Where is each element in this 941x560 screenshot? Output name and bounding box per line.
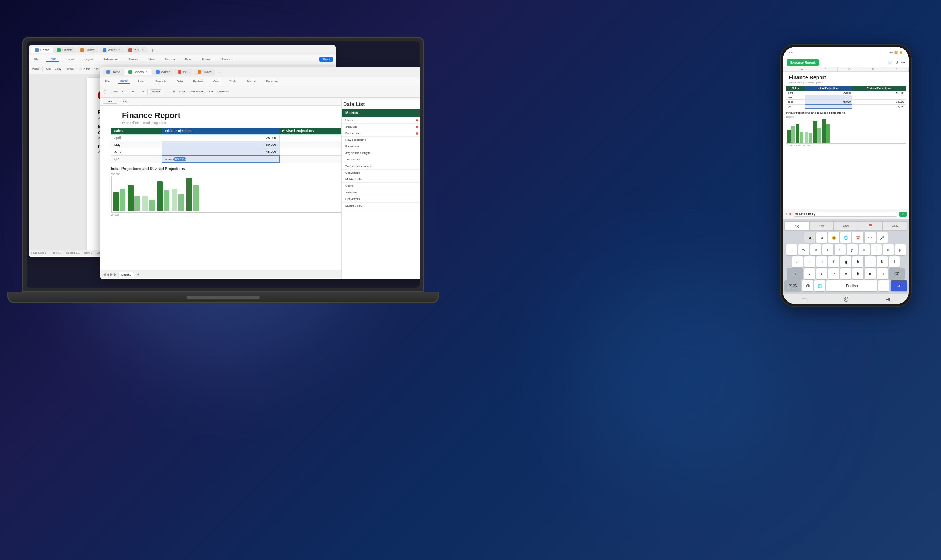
sheets-menu-home[interactable]: Home: [118, 78, 130, 84]
phone-cell-april-initial[interactable]: 25,000: [805, 91, 852, 95]
metric-sessions-2[interactable]: Sessions: [342, 189, 420, 196]
kb-func-123[interactable]: 123: [810, 222, 833, 230]
metric-users[interactable]: Users: [342, 117, 420, 123]
kb-key-a[interactable]: a: [792, 256, 803, 267]
metric-converters[interactable]: Converters: [342, 169, 420, 176]
sheet-nav-prev[interactable]: ◀: [103, 272, 106, 276]
tab-close-pdf[interactable]: ✕: [142, 48, 144, 52]
cell-ref-box[interactable]: B2: [103, 99, 117, 104]
phone-cell-q2[interactable]: Q2: [786, 104, 805, 109]
sheets-tab-writer[interactable]: Writer: [152, 69, 173, 75]
menu-layout[interactable]: Layout: [82, 57, 95, 62]
phone-col-e[interactable]: E: [885, 67, 909, 71]
kb-key-v[interactable]: v: [841, 268, 852, 279]
sheets-menu-tools[interactable]: Tools: [227, 79, 239, 84]
phone-doc-icon[interactable]: 📄: [888, 61, 892, 65]
kb-func-calendar[interactable]: 📅: [858, 222, 882, 230]
share-button[interactable]: Share: [319, 57, 333, 62]
cell-june-initial[interactable]: 45,000: [162, 148, 279, 156]
menu-file[interactable]: File: [31, 57, 41, 62]
cell-june[interactable]: June: [111, 148, 162, 156]
menu-home[interactable]: Home: [46, 57, 59, 62]
phone-cell-june-revised[interactable]: 15,000: [852, 100, 906, 105]
phone-cell-june[interactable]: June: [786, 100, 805, 105]
cut-button[interactable]: Cut: [45, 67, 52, 71]
metric-mobile-traffic[interactable]: Mobile traffic: [342, 176, 420, 183]
sheet-nav-next[interactable]: ▶: [110, 272, 113, 276]
kb-func-tab[interactable]: tab↹: [883, 222, 907, 230]
kb-nav-back[interactable]: ◀: [804, 232, 815, 243]
menu-references[interactable]: References: [101, 57, 120, 62]
kb-num-key[interactable]: ?123: [784, 280, 801, 291]
kb-globe-key[interactable]: 🌐: [815, 280, 825, 291]
phone-cell-may-revised[interactable]: [852, 95, 906, 100]
phone-col-d[interactable]: D: [861, 67, 885, 71]
cell-april[interactable]: April: [111, 134, 162, 142]
sheets-menu-file[interactable]: File: [103, 79, 112, 84]
kb-key-b[interactable]: b: [853, 268, 864, 279]
cell-april-initial[interactable]: 25,000: [162, 134, 279, 142]
metric-new-sessions[interactable]: New sessions%: [342, 137, 420, 143]
metric-converters-2[interactable]: Converters: [342, 196, 420, 203]
phone-nav-back[interactable]: ◀: [886, 296, 890, 302]
sheets-underline[interactable]: U: [141, 89, 145, 94]
sheets-sum[interactable]: Σ: [166, 89, 170, 94]
kb-func-fx[interactable]: f(x): [785, 222, 809, 230]
menu-premium[interactable]: Premium: [219, 57, 235, 62]
kb-func-abc[interactable]: ABC: [834, 222, 858, 230]
phone-col-a[interactable]: A: [790, 67, 814, 71]
copy-button[interactable]: Copy: [53, 67, 63, 71]
sheets-paste[interactable]: ⬚: [102, 89, 108, 94]
kb-key-r[interactable]: r: [822, 244, 833, 255]
sheets-sort[interactable]: Sort▾: [178, 89, 187, 94]
kb-key-f[interactable]: f: [828, 256, 839, 267]
metric-transaction-revenue[interactable]: Transaction revenue: [342, 163, 420, 169]
phone-col-c[interactable]: C: [838, 67, 862, 71]
sheet-tab-sheet1[interactable]: Sheet1: [118, 272, 134, 277]
phone-cell-q2-formula[interactable]: [805, 104, 852, 109]
cell-q2-formula[interactable]: = sum(B9:B11): [162, 155, 279, 163]
metric-users-2[interactable]: Users: [342, 183, 420, 189]
kb-english-key[interactable]: English: [827, 280, 877, 291]
sheets-bold[interactable]: B: [131, 89, 135, 94]
phone-cell-may[interactable]: May: [786, 95, 805, 100]
sheets-font[interactable]: 9/B: [112, 89, 119, 94]
menu-format[interactable]: Format: [200, 57, 213, 62]
metric-sessions[interactable]: Sessions: [342, 123, 420, 130]
kb-key-p[interactable]: p: [895, 244, 906, 255]
menu-section[interactable]: Section: [163, 57, 177, 62]
phone-cell-april-revised[interactable]: 50,000: [852, 91, 906, 95]
sheets-condition[interactable]: Condition▾: [188, 89, 204, 94]
tab-sheets[interactable]: Sheets: [53, 47, 76, 53]
kb-key-z[interactable]: z: [804, 268, 815, 279]
phone-nav-recents[interactable]: @: [844, 296, 849, 302]
sheets-tab-sheets[interactable]: Sheets ✕: [125, 69, 151, 75]
kb-nav-dots[interactable]: •••: [865, 232, 876, 243]
sheets-menu-view[interactable]: View: [211, 79, 221, 84]
cell-may-initial[interactable]: 80,000: [162, 142, 279, 148]
metric-transactions[interactable]: Transactions: [342, 157, 420, 163]
sheets-tab-slides[interactable]: Slides: [194, 69, 216, 75]
menu-review[interactable]: Review: [126, 57, 140, 62]
table-button[interactable]: Table▾: [150, 89, 161, 94]
kb-key-u[interactable]: u: [859, 244, 870, 255]
sheets-cell[interactable]: Cell▾: [206, 89, 214, 94]
kb-key-s[interactable]: s: [804, 256, 815, 267]
metric-mobile-traffic-2[interactable]: Mobile traffic: [342, 203, 420, 209]
sheets-menu-formula[interactable]: Formula: [153, 79, 168, 84]
phone-refresh-icon[interactable]: ↺: [895, 61, 898, 65]
kb-key-o[interactable]: o: [883, 244, 894, 255]
add-sheet-button[interactable]: +: [137, 272, 139, 277]
kb-nav-mic[interactable]: 🎤: [876, 232, 888, 243]
phone-cell-june-initial[interactable]: 45,000: [805, 100, 852, 105]
tab-home[interactable]: Home: [31, 47, 53, 53]
menu-insert[interactable]: Insert: [65, 57, 76, 62]
sheets-menu-data[interactable]: Data: [174, 79, 185, 84]
phone-cell-q2-revised[interactable]: 77,000: [852, 104, 906, 109]
kb-at-key[interactable]: @: [802, 280, 813, 291]
kb-key-t[interactable]: t: [835, 244, 845, 255]
kb-key-j[interactable]: j: [865, 256, 876, 267]
sheet-nav[interactable]: ◀ ◀ ▶ ▶: [103, 272, 117, 276]
kb-key-y[interactable]: y: [847, 244, 858, 255]
sheet-nav-next2[interactable]: ▶: [114, 272, 117, 276]
